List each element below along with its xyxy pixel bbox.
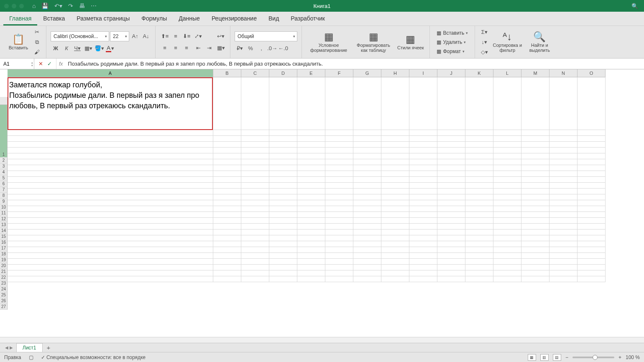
cell-L18[interactable]	[493, 224, 521, 229]
tab-data[interactable]: Данные	[173, 13, 206, 25]
cell-L3[interactable]	[493, 136, 521, 142]
cell-E11[interactable]	[297, 183, 325, 189]
cell-C10[interactable]	[241, 177, 269, 183]
column-header-F[interactable]: F	[325, 69, 353, 77]
row-header-22[interactable]: 22	[0, 275, 8, 280]
cell-O23[interactable]	[578, 253, 606, 259]
cell-E18[interactable]	[297, 224, 325, 229]
row-header-18[interactable]: 18	[0, 251, 8, 257]
row-header-27[interactable]: 27	[0, 304, 8, 310]
tab-review[interactable]: Рецензирование	[206, 13, 263, 25]
row-header-11[interactable]: 11	[0, 210, 8, 216]
cell-H12[interactable]	[381, 189, 409, 194]
cell-A3[interactable]	[8, 136, 213, 142]
cell-O16[interactable]	[578, 212, 606, 218]
column-header-G[interactable]: G	[353, 69, 381, 77]
cell-E21[interactable]	[297, 241, 325, 247]
cell-A11[interactable]	[8, 183, 213, 189]
cell-C2[interactable]	[241, 130, 269, 136]
row-header-13[interactable]: 13	[0, 222, 8, 228]
cell-N12[interactable]	[549, 189, 578, 194]
cell-O8[interactable]	[578, 165, 606, 171]
cell-A23[interactable]	[8, 253, 213, 259]
row-header-15[interactable]: 15	[0, 234, 8, 240]
cell-F18[interactable]	[325, 224, 353, 229]
cell-G24[interactable]	[353, 259, 381, 265]
cell-L22[interactable]	[493, 247, 521, 253]
cell-F21[interactable]	[325, 241, 353, 247]
cell-M26[interactable]	[521, 270, 549, 276]
cell-J17[interactable]	[437, 218, 465, 224]
cell-L7[interactable]	[493, 159, 521, 165]
cell-G5[interactable]	[353, 148, 381, 153]
cell-I6[interactable]	[409, 153, 437, 159]
row-header-21[interactable]: 21	[0, 269, 8, 275]
cell-E14[interactable]	[297, 200, 325, 206]
cell-L13[interactable]	[493, 194, 521, 200]
cell-H13[interactable]	[381, 194, 409, 200]
cell-F17[interactable]	[325, 218, 353, 224]
cut-icon[interactable]: ✂	[32, 28, 42, 37]
cell-K3[interactable]	[465, 136, 493, 142]
cell-A5[interactable]	[8, 148, 213, 153]
cell-H26[interactable]	[381, 270, 409, 276]
cell-D17[interactable]	[269, 218, 297, 224]
horizontal-scrollbar[interactable]	[0, 337, 644, 343]
cell-M5[interactable]	[521, 148, 549, 153]
cell-I26[interactable]	[409, 270, 437, 276]
cell-G4[interactable]	[353, 142, 381, 148]
cell-A4[interactable]	[8, 142, 213, 148]
cell-L8[interactable]	[493, 165, 521, 171]
cell-D12[interactable]	[269, 189, 297, 194]
cell-B23[interactable]	[213, 253, 241, 259]
decrease-font-icon[interactable]: A↓	[141, 32, 151, 41]
cell-O25[interactable]	[578, 265, 606, 270]
column-header-M[interactable]: M	[521, 69, 549, 77]
cell-L15[interactable]	[493, 206, 521, 212]
cell-G7[interactable]	[353, 159, 381, 165]
cell-N26[interactable]	[549, 270, 578, 276]
bold-button[interactable]: Ж	[51, 44, 61, 53]
cell-C1[interactable]	[241, 77, 269, 130]
cell-G23[interactable]	[353, 253, 381, 259]
cell-E22[interactable]	[297, 247, 325, 253]
cell-E8[interactable]	[297, 165, 325, 171]
name-box-spinner[interactable]: ▴▾	[31, 61, 33, 67]
cell-D21[interactable]	[269, 241, 297, 247]
cell-D2[interactable]	[269, 130, 297, 136]
cell-I18[interactable]	[409, 224, 437, 229]
cell-A20[interactable]	[8, 235, 213, 241]
cell-C5[interactable]	[241, 148, 269, 153]
cell-H18[interactable]	[381, 224, 409, 229]
cell-F15[interactable]	[325, 206, 353, 212]
cell-K19[interactable]	[465, 229, 493, 235]
cell-J16[interactable]	[437, 212, 465, 218]
cell-N19[interactable]	[549, 229, 578, 235]
search-icon[interactable]: 🔍	[631, 3, 638, 9]
tab-insert[interactable]: Вставка	[37, 13, 71, 25]
cell-N9[interactable]	[549, 171, 578, 177]
cell-B20[interactable]	[213, 235, 241, 241]
cell-K7[interactable]	[465, 159, 493, 165]
cell-K8[interactable]	[465, 165, 493, 171]
cell-L25[interactable]	[493, 265, 521, 270]
save-icon[interactable]: 💾	[41, 3, 49, 9]
cell-J5[interactable]	[437, 148, 465, 153]
cell-K11[interactable]	[465, 183, 493, 189]
cell-K10[interactable]	[465, 177, 493, 183]
font-size-combo[interactable]: 22	[110, 31, 129, 41]
cell-I13[interactable]	[409, 194, 437, 200]
cell-A19[interactable]	[8, 229, 213, 235]
row-header-25[interactable]: 25	[0, 292, 8, 298]
cell-D14[interactable]	[269, 200, 297, 206]
cell-N4[interactable]	[549, 142, 578, 148]
align-top-icon[interactable]: ⬆≡	[160, 32, 170, 41]
cell-I1[interactable]	[409, 77, 437, 130]
cell-A6[interactable]	[8, 153, 213, 159]
cell-C13[interactable]	[241, 194, 269, 200]
comma-icon[interactable]: ,	[256, 44, 266, 53]
cell-N13[interactable]	[549, 194, 578, 200]
cell-B11[interactable]	[213, 183, 241, 189]
cell-C23[interactable]	[241, 253, 269, 259]
cell-F6[interactable]	[325, 153, 353, 159]
